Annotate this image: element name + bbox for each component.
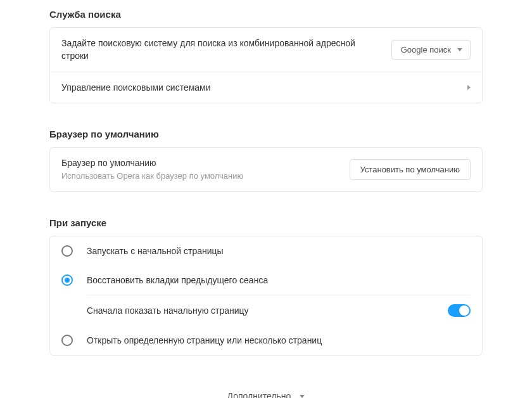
search-engine-selected-label: Google поиск (401, 45, 451, 55)
chevron-down-icon (457, 48, 462, 51)
advanced-label: Дополнительно (227, 391, 291, 398)
startup-option-label: Восстановить вкладки предыдущего сеанса (87, 275, 268, 285)
set-default-button[interactable]: Установить по умолчанию (350, 159, 471, 180)
default-browser-row-sub: Использовать Opera как браузер по умолча… (61, 170, 339, 183)
startup-option-label: Открыть определенную страницу или нескол… (87, 335, 322, 345)
startup-sub-option: Сначала показать начальную страницу (87, 295, 471, 326)
search-engine-row: Задайте поисковую систему для поиска из … (50, 28, 482, 72)
default-browser-text: Браузер по умолчанию Использовать Opera … (61, 157, 339, 183)
startup-option-start-page[interactable]: Запускать с начальной страницы (50, 236, 482, 266)
manage-search-engines-label: Управление поисковыми системами (61, 81, 457, 94)
search-engine-select[interactable]: Google поиск (391, 40, 471, 60)
manage-search-engines-row[interactable]: Управление поисковыми системами (50, 72, 482, 103)
default-browser-card: Браузер по умолчанию Использовать Opera … (49, 147, 483, 192)
section-title-search: Служба поиска (49, 9, 483, 20)
chevron-down-icon (300, 395, 305, 398)
section-title-default-browser: Браузер по умолчанию (49, 129, 483, 139)
startup-option-specific-pages[interactable]: Открыть определенную страницу или нескол… (50, 326, 482, 355)
startup-option-restore-tabs[interactable]: Восстановить вкладки предыдущего сеанса (50, 266, 482, 295)
radio-icon (61, 335, 73, 346)
search-card: Задайте поисковую систему для поиска из … (49, 27, 483, 103)
section-title-startup: При запуске (49, 217, 483, 228)
default-browser-row-title: Браузер по умолчанию (61, 157, 339, 169)
startup-card: Запускать с начальной страницы Восстанов… (49, 236, 483, 356)
chevron-right-icon (467, 85, 471, 90)
startup-sub-option-label: Сначала показать начальную страницу (87, 305, 249, 316)
search-engine-desc: Задайте поисковую систему для поиска из … (61, 37, 381, 63)
advanced-toggle[interactable]: Дополнительно (49, 391, 483, 398)
radio-icon (61, 245, 73, 257)
radio-icon (61, 274, 73, 286)
startup-option-label: Запускать с начальной страницы (87, 246, 224, 256)
show-start-page-toggle[interactable] (448, 304, 471, 317)
default-browser-row: Браузер по умолчанию Использовать Opera … (50, 148, 482, 191)
